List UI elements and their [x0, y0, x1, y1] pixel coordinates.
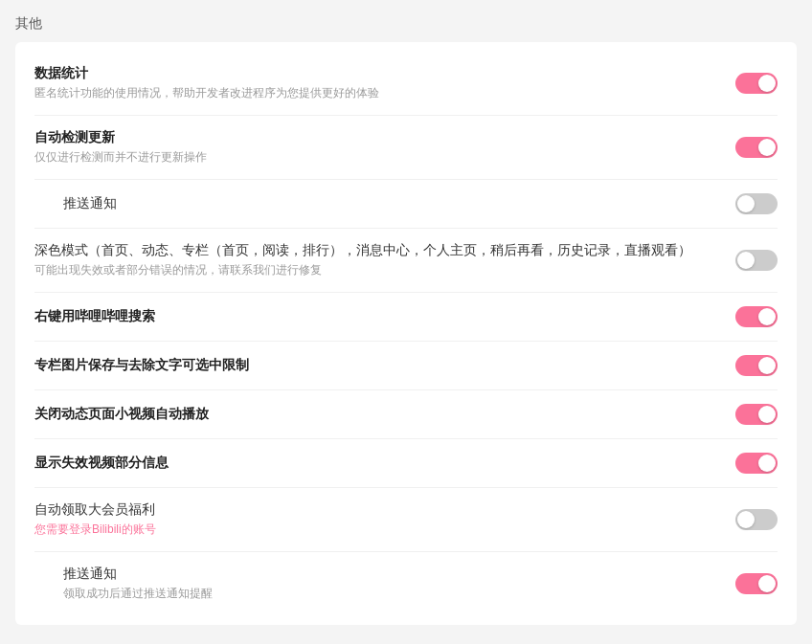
section-title: 其他 — [15, 15, 797, 33]
toggle-column-image-save[interactable] — [735, 355, 778, 376]
setting-desc-dark-mode: 可能出现失效或者部分错误的情况，请联系我们进行修复 — [34, 262, 716, 278]
toggle-show-invalid-video[interactable] — [735, 453, 778, 474]
setting-row-close-dynamic-video: 关闭动态页面小视频自动播放 — [34, 390, 778, 439]
setting-content-push-notification-2: 推送通知领取成功后通过推送通知提醒 — [63, 566, 735, 602]
setting-row-column-image-save: 专栏图片保存与去除文字可选中限制 — [34, 342, 778, 390]
setting-content-right-click-search: 右键用哔哩哔哩搜索 — [34, 308, 735, 325]
setting-label-push-notification-2: 推送通知 — [63, 566, 716, 583]
setting-row-dark-mode: 深色模式（首页、动态、专栏（首页，阅读，排行），消息中心，个人主页，稍后再看，历… — [34, 229, 778, 293]
toggle-auto-check-update[interactable] — [735, 137, 778, 158]
setting-row-auto-vip-benefit: 自动领取大会员福利您需要登录Bilibili的账号 — [34, 488, 778, 552]
setting-desc-push-notification-2: 领取成功后通过推送通知提醒 — [63, 586, 716, 602]
setting-row-push-notification: 推送通知 — [34, 180, 778, 229]
setting-label-data-statistics: 数据统计 — [34, 65, 716, 82]
setting-label-show-invalid-video: 显示失效视频部分信息 — [34, 455, 716, 472]
settings-card: 数据统计匿名统计功能的使用情况，帮助开发者改进程序为您提供更好的体验自动检测更新… — [15, 42, 797, 625]
setting-content-auto-check-update: 自动检测更新仅仅进行检测而并不进行更新操作 — [34, 129, 735, 166]
setting-label-push-notification: 推送通知 — [63, 195, 716, 212]
setting-content-dark-mode: 深色模式（首页、动态、专栏（首页，阅读，排行），消息中心，个人主页，稍后再看，历… — [34, 242, 735, 278]
toggle-auto-vip-benefit[interactable] — [735, 509, 778, 530]
setting-row-auto-check-update: 自动检测更新仅仅进行检测而并不进行更新操作 — [34, 116, 778, 180]
setting-content-column-image-save: 专栏图片保存与去除文字可选中限制 — [34, 357, 735, 374]
toggle-push-notification[interactable] — [735, 193, 778, 214]
setting-desc-auto-vip-benefit: 您需要登录Bilibili的账号 — [34, 522, 716, 538]
toggle-dark-mode[interactable] — [735, 250, 778, 271]
setting-content-push-notification: 推送通知 — [63, 195, 735, 212]
setting-label-column-image-save: 专栏图片保存与去除文字可选中限制 — [34, 357, 716, 374]
toggle-data-statistics[interactable] — [735, 73, 778, 94]
setting-row-right-click-search: 右键用哔哩哔哩搜索 — [34, 293, 778, 342]
setting-label-close-dynamic-video: 关闭动态页面小视频自动播放 — [34, 406, 716, 423]
setting-label-auto-vip-benefit: 自动领取大会员福利 — [34, 501, 716, 519]
setting-content-show-invalid-video: 显示失效视频部分信息 — [34, 455, 735, 472]
setting-content-close-dynamic-video: 关闭动态页面小视频自动播放 — [34, 406, 735, 423]
setting-content-auto-vip-benefit: 自动领取大会员福利您需要登录Bilibili的账号 — [34, 501, 735, 538]
setting-label-dark-mode: 深色模式（首页、动态、专栏（首页，阅读，排行），消息中心，个人主页，稍后再看，历… — [34, 242, 716, 259]
setting-row-data-statistics: 数据统计匿名统计功能的使用情况，帮助开发者改进程序为您提供更好的体验 — [34, 52, 778, 116]
toggle-push-notification-2[interactable] — [735, 573, 778, 594]
toggle-close-dynamic-video[interactable] — [735, 404, 778, 425]
setting-label-auto-check-update: 自动检测更新 — [34, 129, 716, 146]
setting-content-data-statistics: 数据统计匿名统计功能的使用情况，帮助开发者改进程序为您提供更好的体验 — [34, 65, 735, 101]
setting-row-push-notification-2: 推送通知领取成功后通过推送通知提醒 — [34, 552, 778, 615]
setting-label-right-click-search: 右键用哔哩哔哩搜索 — [34, 308, 716, 325]
setting-desc-auto-check-update: 仅仅进行检测而并不进行更新操作 — [34, 149, 716, 166]
toggle-right-click-search[interactable] — [735, 306, 778, 327]
setting-desc-data-statistics: 匿名统计功能的使用情况，帮助开发者改进程序为您提供更好的体验 — [34, 85, 716, 101]
setting-row-show-invalid-video: 显示失效视频部分信息 — [34, 439, 778, 488]
